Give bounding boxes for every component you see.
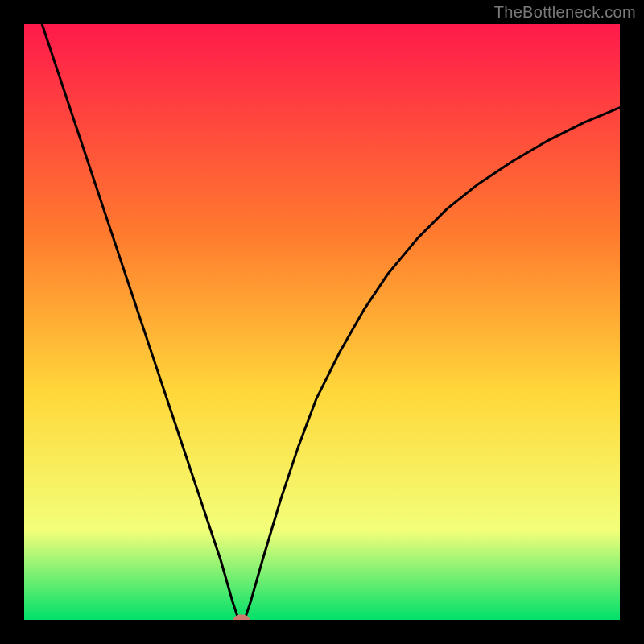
bottleneck-chart xyxy=(0,0,644,644)
attribution-text: TheBottleneck.com xyxy=(494,3,636,22)
plot-background xyxy=(24,24,620,620)
chart-stage: TheBottleneck.com xyxy=(0,0,644,644)
